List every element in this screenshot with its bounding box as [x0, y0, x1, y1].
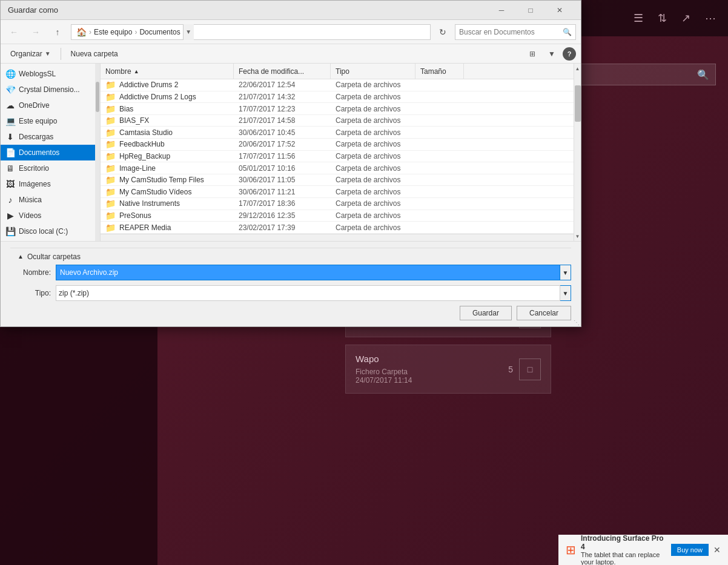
address-dropdown[interactable]: ▼: [183, 24, 194, 40]
filename-input[interactable]: [56, 265, 560, 280]
nav-item-disco-local[interactable]: 💾 Disco local (C:): [1, 223, 100, 239]
resize-handle[interactable]: ⋱: [572, 318, 581, 326]
dialog-form: ▲ Ocultar carpetas Nombre: ▼ Tipo: zip (…: [1, 241, 581, 326]
file-row[interactable]: 📁 Addictive Drums 2 22/06/2017 12:54 Car…: [101, 79, 574, 91]
nav-item-imagenes[interactable]: 🖼 Imágenes: [1, 176, 100, 192]
filetype-select[interactable]: zip (*.zip): [56, 285, 560, 301]
nav-item-escritorio[interactable]: 🖥 Escritorio: [1, 160, 100, 176]
file-size-cell: [415, 139, 464, 150]
col-header-date[interactable]: Fecha de modifica...: [234, 64, 331, 79]
view-button[interactable]: ⊞: [524, 47, 541, 61]
more-icon[interactable]: ⋯: [705, 12, 716, 25]
dialog-titlebar: Guardar como ─ □ ✕: [1, 1, 581, 20]
file-name: Bias: [119, 105, 133, 113]
nav-item-musica[interactable]: ♪ Música: [1, 192, 100, 208]
file-row[interactable]: 📁 My CamStudio Temp Files 30/06/2017 11:…: [101, 174, 574, 187]
address-documentos[interactable]: Documentos: [139, 28, 180, 36]
file-row[interactable]: 📁 Camtasia Studio 30/06/2017 10:45 Carpe…: [101, 127, 574, 139]
nav-item-crystal[interactable]: 💎 Crystal Dimensio...: [1, 82, 100, 97]
minimize-button[interactable]: ─: [488, 1, 515, 20]
up-button[interactable]: ↑: [49, 25, 66, 39]
folder-icon: 📁: [105, 104, 116, 114]
share-icon[interactable]: ↗: [681, 12, 690, 25]
titlebar-buttons: ─ □ ✕: [488, 1, 574, 20]
file-date-cell: 05/01/2017 10:16: [234, 162, 331, 174]
file-date-cell: 23/02/2017 17:39: [234, 222, 331, 233]
card-1[interactable]: Wapo Fichero Carpeta 24/07/2017 11:14 5 …: [345, 345, 551, 394]
scroll-up-arrow[interactable]: ▲: [574, 64, 581, 73]
file-row[interactable]: 📁 FeedbackHub 20/06/2017 17:52 Carpeta d…: [101, 139, 574, 151]
scroll-track[interactable]: [574, 73, 581, 231]
file-type-cell: Carpeta de archivos: [331, 139, 415, 150]
view-dropdown[interactable]: ▼: [543, 47, 560, 61]
nav-item-weblogssl[interactable]: 🌐 WeblogsSL: [1, 66, 100, 82]
file-name: BIAS_FX: [119, 116, 149, 125]
filename-dropdown[interactable]: ▼: [560, 265, 571, 280]
file-row[interactable]: 📁 Image-Line 05/01/2017 10:16 Carpeta de…: [101, 162, 574, 174]
file-row[interactable]: 📁 Native Instruments 17/07/2017 18:36 Ca…: [101, 198, 574, 210]
horizontal-scrollbar[interactable]: [101, 234, 574, 241]
nav-item-label: Música: [19, 196, 42, 204]
file-row[interactable]: 📁 BIAS_FX 21/07/2017 14:58 Carpeta de ar…: [101, 115, 574, 127]
folder-icon: 📁: [105, 175, 116, 185]
address-bar[interactable]: 🏠 › Este equipo › Documentos ▼: [71, 24, 431, 40]
organize-button[interactable]: Organizar ▼: [5, 47, 56, 61]
col-header-size[interactable]: Tamaño: [415, 64, 464, 79]
forward-button[interactable]: →: [27, 25, 44, 39]
col-header-name[interactable]: Nombre ▲: [101, 64, 234, 79]
file-row[interactable]: 📁 PreSonus 29/12/2016 12:35 Carpeta de a…: [101, 210, 574, 222]
app-search-input[interactable]: [565, 70, 697, 79]
app-search-bar[interactable]: 🔍: [558, 64, 716, 85]
file-row[interactable]: 📁 Bias 17/07/2017 12:23 Carpeta de archi…: [101, 103, 574, 115]
search-field[interactable]: 🔍: [455, 24, 576, 40]
search-input[interactable]: [459, 28, 560, 36]
nav-item-este-equipo[interactable]: 💻 Este equipo: [1, 113, 100, 129]
nav-scrollbar[interactable]: [95, 64, 100, 241]
ad-banner: ⊞ Introducing Surface Pro 4 The tablet t…: [558, 535, 728, 565]
maximize-button[interactable]: □: [517, 1, 544, 20]
address-este-equipo[interactable]: Este equipo: [94, 28, 132, 36]
file-row[interactable]: 📁 Addictive Drums 2 Logs 21/07/2017 14:3…: [101, 91, 574, 104]
file-name-cell: 📁 BIAS_FX: [101, 115, 234, 127]
hide-folders-button[interactable]: ▲ Ocultar carpetas: [10, 248, 571, 265]
close-button[interactable]: ✕: [546, 1, 574, 20]
nav-item-videos[interactable]: ▶ Vídeos: [1, 208, 100, 223]
save-dialog: Guardar como ─ □ ✕ ← → ↑ 🏠 › Este equipo…: [0, 0, 581, 327]
nav-item-documentos[interactable]: 📄 Documentos: [1, 145, 100, 160]
file-row[interactable]: 📁 HpReg_Backup 17/07/2017 11:56 Carpeta …: [101, 151, 574, 163]
nav-item-descargas[interactable]: ⬇ Descargas: [1, 129, 100, 145]
ad-close-icon[interactable]: ✕: [713, 545, 721, 555]
filetype-dropdown[interactable]: ▼: [560, 285, 571, 301]
address-separator2: ›: [134, 28, 137, 36]
file-name-cell: 📁 My CamStudio Vídeos: [101, 186, 234, 197]
col-header-type[interactable]: Tipo: [331, 64, 415, 79]
file-type-cell: Carpeta de archivos: [331, 115, 415, 127]
card-1-icon: □: [519, 358, 541, 380]
file-row[interactable]: 📁 REAPER Media 23/02/2017 17:39 Carpeta …: [101, 222, 574, 234]
file-type-cell: Carpeta de archivos: [331, 127, 415, 138]
nav-item-label: Escritorio: [19, 164, 49, 173]
back-button[interactable]: ←: [5, 25, 22, 39]
save-button[interactable]: Guardar: [460, 306, 512, 320]
cancel-button[interactable]: Cancelar: [517, 306, 571, 320]
new-folder-button[interactable]: Nueva carpeta: [66, 47, 123, 61]
vertical-scrollbar[interactable]: ▲ ▼: [574, 64, 581, 241]
nav-item-label: OneDrive: [19, 101, 50, 110]
file-name: Camtasia Studio: [119, 128, 173, 137]
file-date-cell: 17/07/2017 12:23: [234, 103, 331, 114]
file-list-container: Nombre ▲ Fecha de modifica... Tipo Tamañ…: [101, 64, 574, 241]
file-date-cell: 17/07/2017 11:56: [234, 151, 331, 162]
hide-folders-label: Ocultar carpetas: [27, 253, 81, 261]
file-size-cell: [415, 151, 464, 162]
nav-item-label: Este equipo: [19, 117, 57, 125]
ad-buy-button[interactable]: Buy now: [671, 544, 709, 556]
hamburger-icon[interactable]: ☰: [634, 12, 643, 25]
help-button[interactable]: ?: [563, 47, 576, 61]
scroll-down-arrow[interactable]: ▼: [574, 231, 581, 241]
refresh-button[interactable]: ↻: [435, 25, 450, 39]
sort-icon[interactable]: ⇅: [658, 12, 667, 25]
file-row[interactable]: 📁 My CamStudio Vídeos 30/06/2017 11:21 C…: [101, 186, 574, 198]
nav-item-nuevo-vol[interactable]: 💾 Nuevo vol (E:): [1, 239, 100, 241]
file-date-cell: 22/06/2017 12:54: [234, 79, 331, 91]
nav-item-onedrive[interactable]: ☁ OneDrive: [1, 97, 100, 113]
